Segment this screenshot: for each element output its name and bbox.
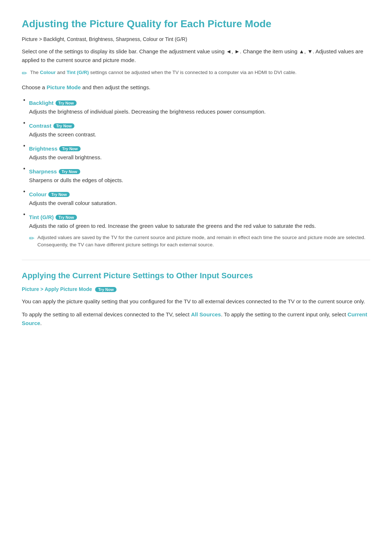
note-colour-tint: ✏ The Colour and Tint (G/R) settings can… [22,69,370,77]
tint-note-text: Adjusted values are saved by the TV for … [37,234,370,249]
sharpness-desc: Sharpens or dulls the edges of objects. [29,176,370,185]
note-colour-tint-text: The Colour and Tint (G/R) settings canno… [30,69,297,76]
breadcrumb-picture-link[interactable]: Picture [22,36,38,42]
section2-body2: To apply the setting to all external dev… [22,310,370,328]
breadcrumb2: Picture > Apply Picture Mode Try Now [22,286,370,292]
colour-try-now-badge[interactable]: Try Now [48,192,70,197]
contrast-label[interactable]: Contrast [29,123,52,129]
list-item-contrast: Contrast Try Now Adjusts the screen cont… [29,120,370,139]
section2-body2-pre: To apply the setting to all external dev… [22,311,191,317]
intro-text: Select one of the settings to display it… [22,47,370,65]
colour-desc: Adjusts the overall colour saturation. [29,199,370,208]
section2-body1: You can apply the picture quality settin… [22,297,370,306]
contrast-try-now-badge[interactable]: Try Now [53,123,75,128]
tint-title: Tint (G/R) Try Now [29,211,370,222]
breadcrumb2-picture-link[interactable]: Picture [22,286,39,292]
colour-title: Colour Try Now [29,188,370,199]
brightness-try-now-badge[interactable]: Try Now [59,146,81,151]
breadcrumb-items: Backlight, Contrast, Brightness, Sharpne… [44,36,187,42]
contrast-title: Contrast Try Now [29,120,370,130]
list-item-colour: Colour Try Now Adjusts the overall colou… [29,188,370,208]
apply-picture-mode-try-now-badge[interactable]: Try Now [95,287,117,292]
tint-label[interactable]: Tint (G/R) [29,214,54,220]
section2-body2-mid: . To apply the setting to the current in… [221,311,348,317]
list-item-brightness: Brightness Try Now Adjusts the overall b… [29,143,370,162]
list-item-backlight: Backlight Try Now Adjusts the brightness… [29,97,370,116]
list-item-sharpness: Sharpness Try Now Sharpens or dulls the … [29,165,370,185]
choose-mode-text: Choose a Picture Mode and then adjust th… [22,83,370,92]
backlight-title: Backlight Try Now [29,97,370,107]
brightness-desc: Adjusts the overall brightness. [29,153,370,162]
tint-desc: Adjusts the ratio of green to red. Incre… [29,222,370,230]
brightness-label[interactable]: Brightness [29,145,57,152]
pencil-icon: ✏ [22,69,27,77]
settings-list: Backlight Try Now Adjusts the brightness… [29,97,370,249]
colour-label[interactable]: Colour [29,191,46,197]
tint-try-now-badge[interactable]: Try Now [56,215,77,220]
section-divider [22,260,370,260]
section2-title: Applying the Current Picture Settings to… [22,271,370,280]
brightness-title: Brightness Try Now [29,143,370,153]
picture-mode-link[interactable]: Picture Mode [46,84,81,90]
section2-body2-end: . [40,320,42,326]
list-item-tint: Tint (G/R) Try Now Adjusts the ratio of … [29,211,370,249]
backlight-label[interactable]: Backlight [29,100,54,106]
contrast-desc: Adjusts the screen contrast. [29,130,370,139]
sharpness-try-now-badge[interactable]: Try Now [59,169,80,174]
page-title: Adjusting the Picture Quality for Each P… [22,18,370,30]
all-sources-link[interactable]: All Sources [191,311,221,317]
sharpness-label[interactable]: Sharpness [29,168,57,175]
breadcrumb: Picture > Backlight, Contrast, Brightnes… [22,36,370,42]
sharpness-title: Sharpness Try Now [29,165,370,176]
pencil-icon-2: ✏ [29,234,34,242]
backlight-desc: Adjusts the brightness of individual pix… [29,107,370,116]
breadcrumb2-apply-link[interactable]: Apply Picture Mode [45,286,92,292]
breadcrumb-separator: > [39,36,43,42]
breadcrumb2-separator: > [40,286,45,292]
backlight-try-now-badge[interactable]: Try Now [56,100,77,106]
tint-note-box: ✏ Adjusted values are saved by the TV fo… [29,234,370,249]
